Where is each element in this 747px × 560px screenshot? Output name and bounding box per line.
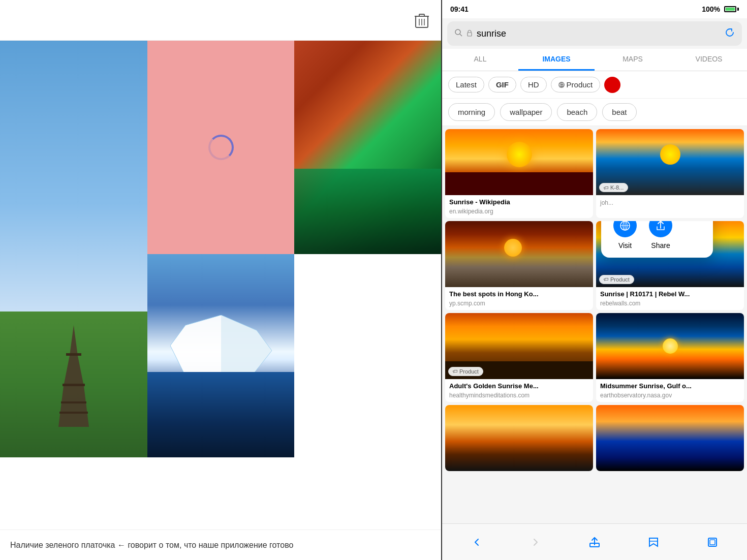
card-url-5: earthobservatory.nasa.gov	[600, 392, 740, 399]
svg-marker-6	[70, 325, 78, 356]
tab-images[interactable]: IMAGES	[518, 49, 595, 71]
nav-forward[interactable]	[523, 530, 548, 555]
image-card-5[interactable]: Midsummer Sunrise, Gulf o... earthobserv…	[596, 313, 744, 402]
status-bar: 09:41 100%	[442, 0, 747, 18]
left-images-grid	[0, 41, 441, 530]
svg-line-17	[460, 34, 462, 36]
svg-rect-10	[63, 384, 85, 386]
battery-icon	[724, 6, 739, 12]
filter-color-red[interactable]	[604, 77, 620, 93]
tag-wallpaper[interactable]: wallpaper	[500, 103, 552, 121]
loading-spinner	[208, 135, 234, 160]
popup-share[interactable]: Share	[649, 221, 672, 250]
tag-beat[interactable]: beat	[602, 103, 636, 121]
image-card-4[interactable]: 🏷 Product Adult's Golden Sunrise Me... h…	[445, 313, 593, 402]
filter-product[interactable]: 🏷 Product	[551, 77, 601, 92]
lock-icon	[466, 29, 473, 38]
card-title-5: Midsummer Sunrise, Gulf o...	[600, 382, 740, 391]
eiffel-image[interactable]	[0, 41, 147, 457]
product-tag-3: 🏷 Product	[599, 275, 634, 284]
nav-share[interactable]	[582, 530, 607, 555]
share-label: Share	[651, 241, 670, 250]
image-card-6[interactable]	[445, 405, 593, 471]
svg-marker-7	[64, 356, 84, 386]
image-card-0[interactable]: Sunrise - Wikipedia en.wikipedia.org	[445, 129, 593, 218]
search-icon	[454, 28, 462, 39]
tab-videos[interactable]: VIDEOS	[671, 49, 747, 71]
image-card-3[interactable]: 🏷 Product Sunrise | R10171 | Rebel W... …	[596, 221, 744, 310]
svg-rect-12	[59, 412, 88, 414]
image-card-2[interactable]: The best spots in Hong Ko... yp.scmp.com	[445, 221, 593, 310]
filter-latest[interactable]: Latest	[448, 77, 484, 92]
visit-label: Visit	[618, 241, 632, 250]
search-bar[interactable]: sunrise	[447, 21, 742, 46]
card-url-2: yp.scmp.com	[449, 300, 589, 307]
search-query[interactable]: sunrise	[477, 28, 721, 39]
iceberg-image[interactable]	[147, 254, 294, 457]
svg-rect-11	[61, 401, 86, 403]
popup-card: Visit Share	[601, 221, 713, 258]
svg-marker-8	[58, 386, 89, 427]
tag-morning[interactable]: morning	[448, 103, 495, 121]
right-images-grid: Sunrise - Wikipedia en.wikipedia.org 🏷 K…	[442, 126, 747, 523]
card-title-4: Adult's Golden Sunrise Me...	[449, 382, 589, 391]
card-title-0: Sunrise - Wikipedia	[449, 198, 589, 207]
status-right: 100%	[702, 5, 739, 13]
product-tag-1: 🏷 K-8...	[599, 183, 628, 192]
card-url-1: joh...	[600, 199, 740, 206]
loading-image	[147, 41, 294, 254]
bottom-nav	[442, 523, 747, 560]
nav-tabs[interactable]	[700, 530, 725, 555]
image-card-7[interactable]	[596, 405, 744, 471]
bottom-text-content: Наличие зеленого платочка ← говорит о то…	[10, 541, 293, 550]
svg-marker-15	[221, 315, 272, 376]
trash-icon[interactable]	[413, 10, 431, 30]
left-panel: Наличие зеленого платочка ← говорит о то…	[0, 0, 442, 560]
tag-beach[interactable]: beach	[557, 103, 597, 121]
reload-icon[interactable]	[725, 27, 735, 40]
tabs-row: ALL IMAGES MAPS VIDEOS	[442, 49, 747, 71]
popup-visit[interactable]: Visit	[613, 221, 637, 250]
nav-back[interactable]	[464, 530, 489, 555]
product-tag-icon: 🏷	[558, 82, 565, 88]
filter-gif[interactable]: GIF	[488, 77, 516, 92]
tab-all[interactable]: ALL	[442, 49, 518, 71]
venice-image[interactable]	[294, 41, 441, 254]
card-title-3: Sunrise | R10171 | Rebel W...	[600, 290, 740, 299]
filter-row: Latest GIF HD 🏷 Product	[442, 71, 747, 99]
share-icon	[649, 221, 672, 237]
tab-maps[interactable]: MAPS	[595, 49, 671, 71]
svg-rect-9	[66, 353, 81, 356]
right-panel: 09:41 100% sunrise	[442, 0, 747, 560]
card-url-3: rebelwalls.com	[600, 300, 740, 307]
image-card-1[interactable]: 🏷 K-8... joh...	[596, 129, 744, 218]
svg-rect-18	[468, 33, 472, 36]
battery-percent: 100%	[702, 5, 720, 13]
nav-bookmarks[interactable]	[641, 530, 666, 555]
tags-row: morning wallpaper beach beat	[442, 99, 747, 126]
filter-hd[interactable]: HD	[520, 77, 547, 92]
card-title-2: The best spots in Hong Ko...	[449, 290, 589, 299]
card-url-4: healthymindsmeditations.com	[449, 392, 589, 399]
svg-rect-26	[710, 540, 715, 545]
visit-icon	[613, 221, 637, 237]
bottom-text: Наличие зеленого платочка ← говорит о то…	[0, 530, 441, 560]
svg-point-16	[455, 29, 460, 35]
card-url-0: en.wikipedia.org	[449, 208, 589, 215]
status-time: 09:41	[450, 5, 469, 13]
left-header	[0, 0, 441, 41]
product-tag-4: 🏷 Product	[448, 367, 483, 376]
